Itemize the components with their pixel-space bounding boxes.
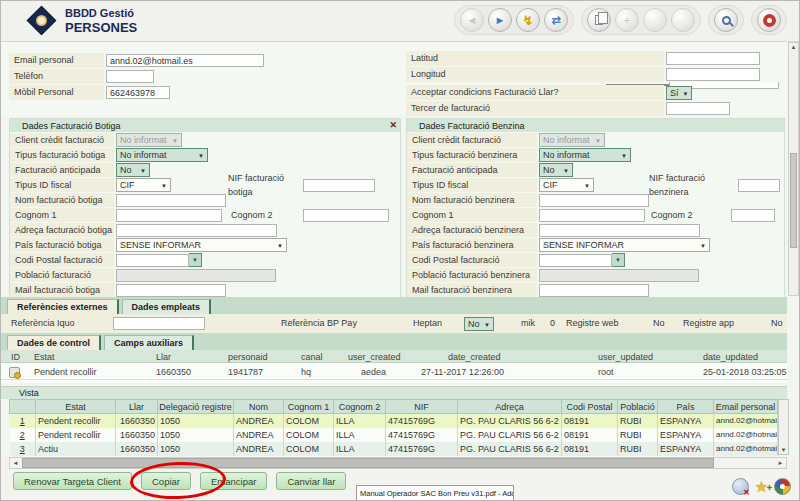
- back-icon[interactable]: ◄: [460, 8, 484, 32]
- copy-icon[interactable]: [587, 8, 611, 32]
- control-table-row[interactable]: Pendent recollir 1660350 1941787 hq aede…: [1, 363, 787, 380]
- disabled-icon-2[interactable]: [671, 8, 695, 32]
- toolbar: ◄ ► ↯ ⇄ +: [454, 5, 787, 35]
- scroll-down-icon[interactable]: ▼: [780, 447, 787, 453]
- renovar-targeta-client-button[interactable]: Renovar Targeta Client: [13, 472, 132, 490]
- anticipada-benzinera-select[interactable]: No: [539, 163, 573, 177]
- poblacio-botiga-input: [116, 269, 276, 282]
- adreca-benzinera-input[interactable]: [539, 224, 700, 237]
- cognom1-benzinera-input[interactable]: [539, 209, 645, 222]
- browser-icon[interactable]: [774, 478, 791, 495]
- tercer-label: Tercer de facturació: [406, 101, 664, 116]
- tab-dades-de-control[interactable]: Dades de control: [7, 335, 101, 350]
- disabled-icon-1[interactable]: [643, 8, 667, 32]
- cp-benzinera-dropdown-icon[interactable]: [612, 253, 625, 267]
- chevron-down-icon: [198, 150, 204, 160]
- acceptar-row: Acceptar condicions Facturació Llar? Sí: [406, 85, 692, 100]
- cell: PG. PAU CLARIS 56 6-2: [458, 428, 562, 442]
- row-link[interactable]: 1: [10, 414, 36, 428]
- telefon-input[interactable]: [106, 70, 154, 83]
- canviar-llar-button[interactable]: Canviar llar: [276, 472, 346, 490]
- copiar-button[interactable]: Copiar: [141, 472, 191, 490]
- add-icon[interactable]: +: [615, 8, 639, 32]
- client-credit-botiga-label: Client crèdit facturació botiga: [10, 133, 114, 147]
- cell-estat: Pendent recollir: [34, 367, 97, 377]
- col-estat: Estat: [34, 352, 55, 362]
- tab-camps-auxiliars[interactable]: Camps auxiliars: [104, 335, 194, 350]
- tab-dades-empleats[interactable]: Dades empleats: [122, 299, 212, 314]
- tercer-input[interactable]: [666, 102, 730, 115]
- adreca-botiga-input[interactable]: [116, 224, 277, 237]
- scroll-up-icon[interactable]: ▲: [790, 44, 797, 50]
- acceptar-select[interactable]: Sí: [666, 86, 692, 100]
- chevron-down-icon: [172, 135, 178, 145]
- person-form: Email personal Telèfon Mòbil Personal La…: [1, 42, 787, 116]
- vista-vertical-scrollbar[interactable]: ▼: [778, 399, 789, 455]
- scroll-left-icon[interactable]: ◄: [10, 458, 21, 468]
- anticipada-botiga-select[interactable]: No: [116, 163, 150, 177]
- cognom2-botiga-input[interactable]: [303, 209, 389, 222]
- favorite-add-icon[interactable]: ★: [753, 478, 770, 495]
- heptan-select[interactable]: No: [464, 317, 494, 331]
- tipus-facturacio-benzinera-select[interactable]: No informat: [539, 148, 631, 162]
- chevron-down-icon: [484, 319, 490, 329]
- close-panel-icon[interactable]: ✕: [389, 120, 397, 130]
- cell: COLOM: [284, 414, 334, 428]
- vista-row-3[interactable]: 3 Actiu 1660350 1050 ANDREA COLOM ILLA 4…: [10, 442, 778, 456]
- pais-benzinera-select[interactable]: SENSE INFORMAR: [539, 238, 710, 252]
- nif-botiga-input[interactable]: [303, 179, 375, 192]
- referencia-iquo-label: Referència Iquo: [11, 317, 75, 330]
- cell: ESPANYA: [658, 428, 714, 442]
- record-icon[interactable]: [9, 367, 20, 378]
- mail-botiga-input[interactable]: [116, 284, 226, 297]
- globe-error-icon[interactable]: [732, 478, 749, 495]
- poblacio-benzinera-input: [539, 269, 699, 282]
- tipus-id-fiscal-benzinera-select[interactable]: CIF: [539, 178, 594, 192]
- lightning-icon[interactable]: ↯: [516, 8, 540, 32]
- referencia-iquo-input[interactable]: [113, 317, 205, 330]
- cp-benzinera-input[interactable]: [539, 254, 612, 267]
- mail-benzinera-input[interactable]: [539, 284, 649, 297]
- close-app-icon[interactable]: [757, 8, 781, 32]
- row-link[interactable]: 3: [10, 442, 36, 456]
- emancipar-button[interactable]: Emancipar: [200, 472, 267, 490]
- scroll-right-icon[interactable]: ►: [775, 458, 786, 468]
- chevron-down-icon: [700, 240, 706, 250]
- email-input[interactable]: [106, 54, 264, 67]
- vertical-scrollbar-thumb[interactable]: [790, 153, 797, 248]
- vertical-scrollbar[interactable]: ▲: [788, 42, 799, 296]
- cell: ESPANYA: [658, 414, 714, 428]
- tipus-id-fiscal-botiga-select[interactable]: CIF: [116, 178, 171, 192]
- cognom1-botiga-input[interactable]: [116, 209, 222, 222]
- horizontal-scrollbar[interactable]: ◄ ►: [9, 457, 787, 469]
- nom-benzinera-input[interactable]: [539, 194, 649, 207]
- longitud-label: Longitud: [406, 67, 664, 82]
- cp-botiga-dropdown-icon[interactable]: [189, 253, 202, 267]
- latitud-input[interactable]: [666, 52, 760, 65]
- vista-row-2[interactable]: 2 Pendent recollir 1660350 1050 ANDREA C…: [10, 428, 778, 442]
- vista-row-1[interactable]: 1 Pendent recollir 1660350 1050 ANDREA C…: [10, 414, 778, 428]
- search-icon[interactable]: [714, 8, 738, 32]
- tab-referencies-externes[interactable]: Referències externes: [7, 299, 119, 314]
- chevron-down-icon: [277, 240, 283, 250]
- cell: 1050: [158, 428, 234, 442]
- nom-botiga-input[interactable]: [116, 194, 226, 207]
- row-link[interactable]: 2: [10, 428, 36, 442]
- references-tabstrip: Referències externes Dades empleats: [1, 297, 787, 314]
- mail-botiga-label: Mail facturació botiga: [10, 283, 114, 297]
- cell-llar: 1660350: [156, 367, 191, 377]
- horizontal-scrollbar-thumb[interactable]: [22, 458, 714, 468]
- mobil-input[interactable]: [106, 86, 170, 99]
- cell: 08191: [562, 442, 618, 456]
- nif-benzinera-input[interactable]: [738, 179, 780, 192]
- nif-botiga-label: NIF facturació botiga: [228, 171, 301, 199]
- longitud-input[interactable]: [666, 68, 760, 81]
- cp-botiga-input[interactable]: [116, 254, 189, 267]
- col-date-updated: date_updated: [703, 352, 758, 362]
- pais-botiga-select[interactable]: SENSE INFORMAR: [116, 238, 287, 252]
- cognom2-benzinera-input[interactable]: [731, 209, 775, 222]
- forward-icon[interactable]: ►: [488, 8, 512, 32]
- refresh-icon[interactable]: ⇄: [544, 8, 568, 32]
- tipus-facturacio-botiga-select[interactable]: No informat: [116, 148, 208, 162]
- billing-panel-benzina: Dades Facturació Benzina Client crèdit f…: [406, 118, 785, 298]
